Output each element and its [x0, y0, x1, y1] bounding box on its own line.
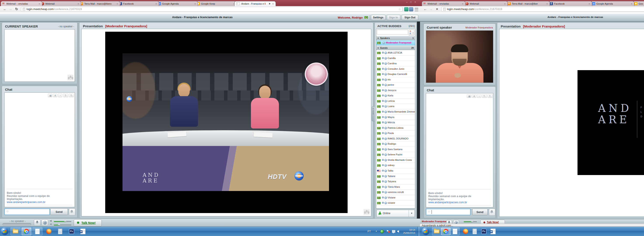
browser-tab-1[interactable]: Webmail :: enviadas: [1, 1, 42, 6]
browser-tab-1[interactable]: Webmail :: enviadas: [422, 1, 466, 6]
chat-message-area[interactable]: ▤ A ◔ T↑ T↓ Bem-vindo! Reunião semanal c…: [4, 92, 75, 207]
emoticon-icon[interactable]: ☺: [6, 209, 9, 213]
send-button[interactable]: Send: [472, 209, 488, 215]
explorer-taskbar-button[interactable]: [10, 228, 20, 235]
guest-row[interactable]: Viviane: [376, 195, 415, 201]
tab-close-icon[interactable]: [194, 2, 196, 6]
sign-in-button[interactable]: Sign In: [387, 15, 400, 20]
forward-button[interactable]: →: [8, 7, 13, 11]
extension-icon[interactable]: [404, 7, 408, 11]
extension-icon-2[interactable]: [409, 7, 413, 11]
sort-az-button[interactable]: A Z ↓: [408, 30, 414, 35]
tab-close-icon[interactable]: [155, 2, 158, 6]
chat-font-color-icon[interactable]: A: [53, 93, 57, 97]
emoticon-icon[interactable]: ☺: [428, 210, 430, 213]
browser-tab-6[interactable]: Google Keep: [195, 1, 237, 6]
guest-row[interactable]: Maria Bernardete Zimmer: [376, 109, 415, 115]
chat-font-increase-icon[interactable]: T↑: [482, 94, 487, 98]
browser-tab-4[interactable]: Facebook: [118, 1, 159, 6]
action-center-flag-icon[interactable]: ⚑: [386, 230, 389, 233]
browser-tab-5[interactable]: Google Agenda: [590, 1, 634, 6]
chat-input[interactable]: ☺: [426, 209, 470, 215]
guest-row[interactable]: iris: [376, 77, 415, 83]
chat-history-icon[interactable]: ◔: [58, 93, 62, 97]
chat-welcome-link[interactable]: www.andareparticipacoes.com.br: [7, 201, 46, 204]
tab-close-icon[interactable]: [546, 2, 548, 6]
microphone-button[interactable]: [34, 219, 40, 226]
guest-row[interactable]: Carolina: [376, 61, 415, 66]
sign-out-button[interactable]: Sign Out: [402, 15, 418, 20]
guest-row[interactable]: Patricia Lisboa: [376, 125, 415, 131]
browser-tab-4[interactable]: Facebook: [548, 1, 592, 6]
speaker-volume-slider[interactable]: [54, 221, 71, 222]
browser-tab-2[interactable]: Webmail: [40, 1, 81, 6]
tab-close-icon[interactable]: [504, 2, 506, 6]
guest-row[interactable]: Mércia: [376, 120, 415, 125]
talk-now-button[interactable]: ☻ Talk Now!: [74, 219, 102, 226]
clock[interactable]: 18:5425/06/2014: [403, 228, 415, 235]
chat-font-decrease-icon[interactable]: T↓: [488, 94, 492, 98]
browser-tab-2[interactable]: Webmail: [464, 1, 508, 6]
current-speaker-video[interactable]: [426, 30, 493, 83]
photoshop-taskbar-button[interactable]: [68, 228, 76, 235]
guest-row[interactable]: vanessa cerutti: [376, 190, 415, 195]
guest-row[interactable]: Letícia: [376, 99, 415, 104]
photoshop-taskbar-button[interactable]: [480, 228, 488, 235]
speakers-group-header[interactable]: ▾ Speakers 1: [376, 36, 415, 40]
guest-row[interactable]: Selene Pazini: [376, 152, 415, 158]
guest-row[interactable]: Tatiane: [376, 174, 415, 179]
chat-image-icon[interactable]: ▤: [48, 93, 52, 97]
firefox-taskbar-button[interactable]: [462, 228, 470, 235]
browser-tab-5[interactable]: Google Agenda: [156, 1, 198, 6]
start-button[interactable]: [1, 228, 8, 235]
calculator-taskbar-button[interactable]: [471, 228, 478, 235]
browser-tab-7[interactable]: Andare - Franquias e li: [234, 1, 276, 6]
address-bar[interactable]: login.meetcheap.com/conference,21670319: [442, 7, 644, 11]
tab-close-icon[interactable]: [588, 2, 590, 6]
guest-row[interactable]: Sara Santana: [376, 147, 415, 152]
mic-volume-slider[interactable]: [54, 225, 71, 226]
guest-row[interactable]: Luana: [376, 104, 415, 109]
chat-history-icon[interactable]: ◔: [477, 94, 481, 98]
webcam-button[interactable]: [42, 219, 48, 226]
presentation-video[interactable]: ANDARE HDTV: [105, 32, 348, 213]
tab-close-icon[interactable]: [272, 2, 274, 6]
guests-group-header[interactable]: ▾ Guests 29: [376, 46, 415, 50]
volume-icon[interactable]: [397, 230, 400, 233]
guest-row[interactable]: Camilla: [376, 56, 415, 61]
buddies-collapse-handle[interactable]: ▸ close: [372, 106, 375, 121]
tray-app-icon[interactable]: [380, 230, 384, 233]
chrome-menu-icon[interactable]: [415, 8, 418, 11]
settings-button[interactable]: Settings: [371, 15, 386, 20]
guest-row[interactable]: Talita: [376, 168, 415, 174]
notepad-taskbar-button[interactable]: [32, 228, 42, 235]
guest-row[interactable]: Mayra: [376, 115, 415, 120]
speaker-volume-slider[interactable]: [464, 221, 477, 222]
tab-close-icon[interactable]: [38, 2, 41, 6]
guest-row[interactable]: Rodrigo: [376, 141, 415, 147]
guest-row[interactable]: janine: [376, 82, 415, 88]
chat-font-increase-icon[interactable]: T↑: [63, 93, 68, 97]
status-dropdown[interactable]: Online ▼: [376, 210, 415, 217]
guest-row[interactable]: viviane: [376, 200, 415, 206]
notification-bell-button[interactable]: [489, 209, 495, 216]
tab-close-icon[interactable]: [630, 2, 633, 6]
guest-row[interactable]: Sheila Machado Costa: [376, 158, 415, 163]
browser-tab-3[interactable]: Terra Mail - marco@Ibero: [78, 1, 120, 6]
explorer-taskbar-button[interactable]: [432, 228, 441, 235]
guest-row[interactable]: sidney: [376, 163, 415, 168]
guest-row[interactable]: Karla: [376, 93, 415, 99]
browser-tab-3[interactable]: Terra Mail - marco@Iber: [506, 1, 550, 6]
chat-message-area[interactable]: ▤ A ◔ T↑ T↓ Bem-vindo! Reunião semanal c…: [426, 93, 493, 207]
stop-button[interactable]: ×: [434, 7, 440, 11]
bookmark-star-icon[interactable]: ☆: [398, 7, 401, 11]
tab-close-icon[interactable]: [116, 2, 118, 6]
chat-font-color-icon[interactable]: A: [472, 94, 476, 98]
guest-row[interactable]: Paula: [376, 131, 415, 136]
forward-button[interactable]: →: [428, 7, 434, 11]
window-close-button[interactable]: ×: [414, 1, 417, 3]
word-taskbar-button[interactable]: [489, 228, 497, 235]
speaker-row[interactable]: Moderador Franquead: [376, 40, 415, 46]
tab-close-icon[interactable]: [77, 2, 80, 6]
chat-input[interactable]: ☺: [4, 209, 50, 215]
